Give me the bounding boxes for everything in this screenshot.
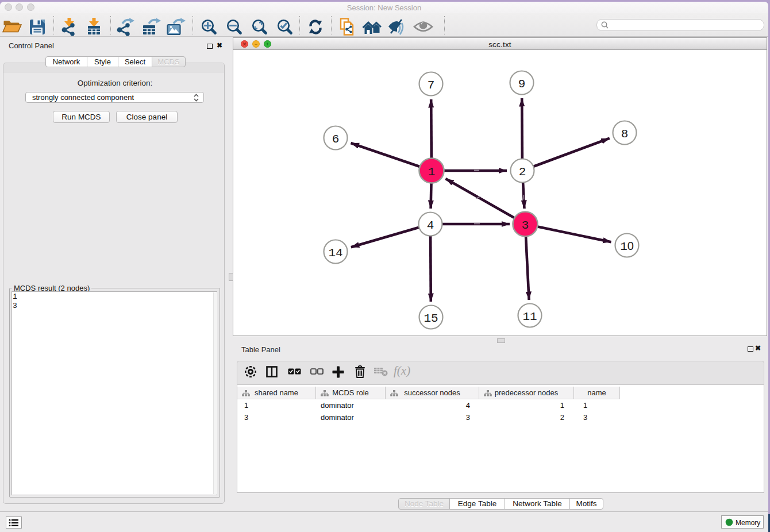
- svg-text:8: 8: [621, 128, 629, 141]
- svg-text:4: 4: [427, 219, 434, 232]
- svg-text:14: 14: [328, 246, 342, 260]
- svg-text:15: 15: [424, 312, 438, 325]
- svg-text:3: 3: [522, 219, 529, 232]
- svg-text:1: 1: [428, 165, 436, 179]
- svg-text:2: 2: [519, 165, 526, 179]
- svg-text:9: 9: [518, 78, 526, 91]
- svg-text:10: 10: [620, 240, 634, 253]
- svg-text:7: 7: [428, 79, 435, 92]
- svg-text:6: 6: [332, 133, 340, 146]
- svg-text:11: 11: [522, 310, 537, 323]
